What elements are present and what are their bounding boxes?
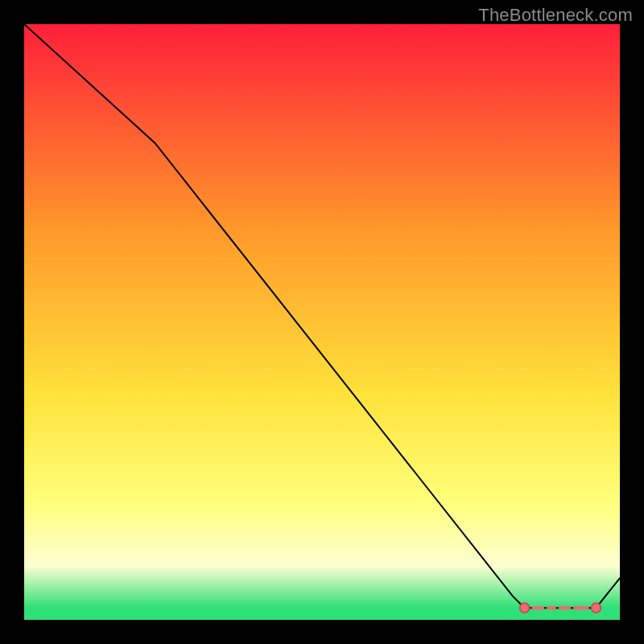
bottleneck-chart [24,24,620,620]
svg-point-5 [591,603,601,613]
gradient-background [24,24,620,620]
chart-container: TheBottleneck.com [0,0,644,644]
svg-point-4 [520,603,530,613]
attribution-text: TheBottleneck.com [478,5,633,26]
